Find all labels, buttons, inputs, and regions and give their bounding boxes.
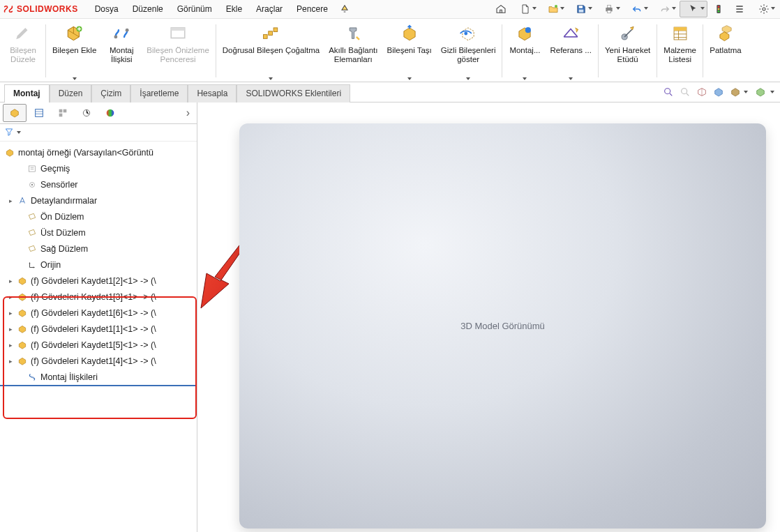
print-icon[interactable] [596,1,622,17]
traffic-light-icon[interactable] [709,1,728,17]
menu-duzenle[interactable]: Düzenle [126,0,170,18]
smart-fastener-icon [343,23,363,44]
cmd-yeni-hareket[interactable]: Yeni Hareket Etüdü [601,20,654,82]
tree-detaylandirmalar[interactable]: ▸ Detaylandırmalar [0,192,197,208]
tab-duzen[interactable]: Düzen [50,84,92,102]
tree-gecmis[interactable]: Geçmiş [0,160,197,176]
cmd-montaj-iliskisi[interactable]: Montaj İlişkisi [101,20,142,82]
view-orientation-icon[interactable] [712,85,726,99]
tree-part[interactable]: ▸ (f) Gövdeleri Kaydet1[2]<1> -> (\ [0,273,197,289]
zoom-fit-icon[interactable] [661,85,675,99]
cmd-bilesen-onizleme: Bileşen Önizleme Penceresi [142,20,213,82]
list-icon[interactable] [730,1,749,17]
undo-icon[interactable] [624,1,650,17]
display-style-icon[interactable] [728,85,742,99]
filter-funnel-icon[interactable] [4,127,14,139]
tree-node-label: Geçmiş [40,164,70,174]
tab-isaretleme[interactable]: İşaretleme [130,84,188,102]
tab-cizim[interactable]: Çizim [91,84,130,102]
tree-sensorler[interactable]: Sensörler [0,176,197,192]
tree-node-label: Sağ Düzlem [40,244,88,254]
bom-icon [670,23,691,44]
cmd-patlatma[interactable]: Patlatma [705,20,746,82]
tab-eklentiler[interactable]: SOLIDWORKS Eklentileri [237,84,350,102]
svg-rect-28 [63,109,67,113]
tree-on-duzlem[interactable]: Ön Düzlem [0,208,197,225]
select-cursor-icon[interactable] [680,1,707,17]
section-view-icon[interactable] [695,85,709,99]
tree-sag-duzlem[interactable]: Sağ Düzlem [0,241,197,257]
tree-part[interactable]: ▸ (f) Gövdeleri Kaydet1[6]<1> -> (\ [0,305,197,321]
cmd-referans-geometri[interactable]: Referans ... [546,20,595,82]
tree-ust-duzlem[interactable]: Üst Düzlem [0,225,197,241]
tab-feature-tree-icon[interactable] [3,104,27,122]
plane-icon [27,227,38,238]
menu-araclar[interactable]: Araçlar [249,0,290,18]
tab-property-icon[interactable] [28,105,50,121]
svg-rect-26 [36,109,43,117]
feature-tree[interactable]: montaj örneği (Varsayılan<Görüntü Geçmiş… [0,142,197,532]
new-doc-icon[interactable] [512,1,539,17]
svg-point-12 [114,35,118,38]
open-icon[interactable] [540,1,567,17]
zoom-area-icon[interactable] [678,85,692,99]
menu-gorunum[interactable]: Görünüm [170,0,219,18]
hide-show-icon[interactable] [753,85,767,99]
options-gear-icon[interactable] [751,1,777,17]
cmd-gizli-goster[interactable]: Gizli Bileşenleri göster [437,20,500,82]
svg-rect-16 [264,35,268,39]
tree-part-label: (f) Gövdeleri Kaydet1[2]<1> -> (\ [31,276,156,286]
tree-root[interactable]: montaj örneği (Varsayılan<Görüntü [0,144,197,160]
tree-mates[interactable]: Montaj İlişkileri [0,369,197,386]
expander-icon[interactable]: ▸ [7,197,14,204]
svg-point-19 [464,32,467,36]
sensor-icon [27,179,38,190]
filter-drop-icon[interactable] [17,131,21,134]
tree-mates-label: Montaj İlişkileri [40,372,98,382]
redo-icon[interactable] [652,1,678,17]
expander-icon[interactable]: ▸ [7,342,14,349]
expander-icon[interactable]: ▸ [7,310,14,317]
tree-part-label: (f) Gövdeleri Kaydet1[5]<1> -> (\ [31,340,156,350]
svg-point-10 [763,8,765,10]
tab-hesapla[interactable]: Hesapla [188,84,237,102]
expander-icon[interactable]: ▸ [7,294,14,301]
display-style-drop-icon[interactable] [744,91,748,93]
cmd-bileseni-tasi[interactable]: Bileşeni Taşı [382,20,435,82]
tree-orijin[interactable]: Orijin [0,257,197,273]
graphics-viewport[interactable]: 3D Model Görünümü [197,102,780,532]
cmd-akilli-baglanti[interactable]: Akıllı Bağlantı Elemanları [324,20,382,82]
hide-show-drop-icon[interactable] [770,91,774,93]
tab-config-icon[interactable] [52,105,74,121]
tab-appearance-icon[interactable] [99,105,121,121]
svg-point-20 [525,27,531,33]
menu-help-icon[interactable] [335,1,354,17]
part-icon [17,340,28,351]
cmd-dogrusal-cogaltma[interactable]: Doğrusal Bileşen Çoğaltma [218,20,324,82]
home-icon[interactable] [491,1,511,17]
tree-node-label: Ön Düzlem [40,212,84,222]
expander-icon[interactable]: ▸ [7,326,14,333]
tree-part[interactable]: ▸ (f) Gövdeleri Kaydet1[4]<1> -> (\ [0,353,197,369]
tab-dimxpert-icon[interactable] [75,105,98,121]
tree-part[interactable]: ▸ (f) Gövdeleri Kaydet1[3]<1> -> (\ [0,289,197,305]
plane-icon [27,243,38,254]
cmd-montaj-ozellikleri[interactable]: Montaj... [504,20,545,82]
menu-ekle[interactable]: Ekle [219,0,249,18]
cmd-bilesen-ekle[interactable]: Bileşen Ekle [48,20,100,82]
tree-part[interactable]: ▸ (f) Gövdeleri Kaydet1[5]<1> -> (\ [0,337,197,353]
tree-part[interactable]: ▸ (f) Gövdeleri Kaydet1[1]<1> -> (\ [0,321,197,337]
history-icon [27,163,38,174]
manager-tabs-more-icon[interactable]: › [182,107,194,119]
assembly-feature-icon [514,23,535,44]
tab-montaj[interactable]: Montaj [4,84,50,102]
svg-rect-27 [59,109,63,113]
expander-icon[interactable]: ▸ [7,278,14,284]
save-icon[interactable] [568,1,594,17]
motion-study-icon [617,23,638,44]
menu-dosya[interactable]: Dosya [88,0,126,18]
cmd-malzeme-listesi[interactable]: Malzeme Listesi [659,20,700,82]
linear-pattern-icon [260,23,281,44]
menu-pencere[interactable]: Pencere [290,0,335,18]
expander-icon[interactable]: ▸ [7,358,14,365]
